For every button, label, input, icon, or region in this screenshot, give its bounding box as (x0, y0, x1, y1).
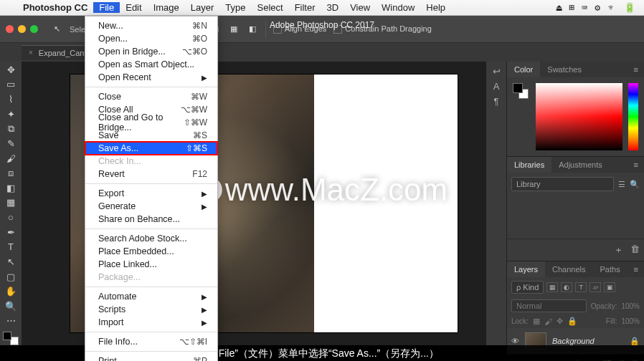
lock-trans-icon[interactable]: ▦ (533, 317, 540, 326)
hand-tool-icon[interactable]: ✋ (2, 284, 19, 298)
settings-icon[interactable]: ⚙ (595, 2, 600, 13)
type-tool-icon[interactable]: T (2, 241, 19, 254)
layer-kind-dropdown[interactable]: ρ Kind (511, 281, 544, 294)
menu-item-save-as[interactable]: Save As...⇧⌘S (85, 142, 217, 155)
menu-file[interactable]: File (93, 2, 120, 13)
tab-swatches[interactable]: Swatches (540, 62, 589, 77)
battery-icon[interactable]: 🔋 (624, 2, 635, 13)
app-name[interactable]: Photoshop CC (17, 2, 93, 13)
menu-help[interactable]: Help (420, 2, 451, 13)
character-icon[interactable]: A (493, 81, 500, 92)
lock-icon[interactable]: 🔒 (630, 337, 640, 346)
delete-library-icon[interactable]: 🗑 (630, 244, 640, 256)
minimize-window-icon[interactable] (18, 25, 26, 33)
stamp-tool-icon[interactable]: ⧈ (2, 166, 19, 180)
lock-pos-icon[interactable]: ✥ (557, 317, 563, 326)
tab-color[interactable]: Color (507, 62, 540, 77)
menu-layer[interactable]: Layer (185, 2, 220, 13)
add-to-library-icon[interactable]: ＋ (614, 244, 623, 256)
menu-item-open-as-smart-object[interactable]: Open as Smart Object... (85, 58, 217, 71)
marquee-tool-icon[interactable]: ▭ (2, 78, 19, 92)
layer-name[interactable]: Background (552, 337, 595, 345)
blend-mode-dropdown[interactable]: Normal (511, 299, 587, 312)
lock-paint-icon[interactable]: 🖌 (544, 317, 552, 326)
gradient-tool-icon[interactable]: ▦ (2, 196, 19, 210)
input-icon[interactable]: ⌨ (582, 2, 587, 13)
visibility-icon[interactable]: 👁 (511, 337, 519, 345)
menu-item-automate[interactable]: Automate▶ (85, 290, 217, 303)
menu-item-share-on-behance[interactable]: Share on Behance... (85, 213, 217, 226)
menu-item-close-and-go-to-bridge[interactable]: Close and Go to Bridge...⇧⌘W (85, 116, 217, 129)
hue-slider[interactable] (628, 83, 638, 150)
menu-view[interactable]: View (344, 2, 376, 13)
fill-value[interactable]: 100% (621, 317, 640, 325)
lock-all-icon[interactable]: 🔒 (567, 317, 577, 326)
menu-item-open[interactable]: Open...⌘O (85, 32, 217, 45)
eraser-tool-icon[interactable]: ◧ (2, 181, 19, 195)
zoom-window-icon[interactable] (30, 25, 38, 33)
path-tool-icon[interactable]: ↖ (2, 255, 19, 269)
filter-smart-icon[interactable]: ▣ (604, 282, 615, 292)
filter-pixel-icon[interactable]: ▦ (546, 282, 558, 292)
menu-window[interactable]: Window (376, 2, 420, 13)
menu-item-open-recent[interactable]: Open Recent▶ (85, 71, 217, 84)
library-search-icon[interactable]: 🔍 (630, 180, 640, 189)
panel-menu-icon[interactable]: ≡ (628, 261, 644, 277)
color-swatch-tool[interactable] (3, 332, 19, 345)
library-dropdown[interactable]: Library (511, 177, 614, 191)
filter-shape-icon[interactable]: ▱ (589, 282, 601, 292)
path-select-tool-icon[interactable]: ↖ (51, 24, 62, 35)
menu-item-print[interactable]: Print...⌘P (85, 355, 217, 361)
eyedropper-tool-icon[interactable]: ✎ (2, 137, 19, 150)
zoom-tool-icon[interactable]: 🔍 (2, 299, 19, 313)
eject-icon[interactable]: ⏏ (557, 2, 562, 13)
constrain-checkbox[interactable]: Constrain Path Dragging (333, 24, 431, 34)
menu-filter[interactable]: Filter (289, 2, 321, 13)
traffic-lights[interactable] (6, 25, 38, 33)
menu-item-place-linked[interactable]: Place Linked... (85, 258, 217, 271)
wand-tool-icon[interactable]: ✦ (2, 107, 19, 121)
menu-item-close[interactable]: Close⌘W (85, 90, 217, 103)
panel-menu-icon[interactable]: ≡ (628, 62, 644, 77)
color-swatch-pair[interactable] (513, 83, 530, 150)
more-tools-icon[interactable]: ⋯ (2, 314, 19, 328)
filter-adjust-icon[interactable]: ◐ (561, 282, 572, 292)
menu-item-place-embedded[interactable]: Place Embedded... (85, 245, 217, 258)
library-view-icon[interactable]: ☰ (618, 180, 625, 189)
menu-edit[interactable]: Edit (120, 2, 147, 13)
crop-tool-icon[interactable]: ⧉ (2, 122, 19, 136)
grid-icon[interactable]: ⊞ (569, 2, 575, 13)
menu-item-import[interactable]: Import▶ (85, 316, 217, 329)
pen-tool-icon[interactable]: ✒ (2, 226, 19, 239)
tab-libraries[interactable]: Libraries (507, 157, 551, 173)
path-ops-icon[interactable]: ◧ (247, 24, 258, 35)
menu-select[interactable]: Select (251, 2, 288, 13)
shape-tool-icon[interactable]: ▢ (2, 270, 19, 284)
panel-menu-icon[interactable]: ≡ (628, 157, 644, 173)
align-center-icon[interactable]: ▦ (228, 24, 240, 35)
tab-channels[interactable]: Channels (545, 261, 592, 277)
history-icon[interactable]: ↩ (493, 66, 501, 77)
menu-item-new[interactable]: New...⌘N (85, 19, 217, 32)
menu-type[interactable]: Type (219, 2, 251, 13)
tab-layers[interactable]: Layers (507, 261, 545, 277)
opacity-value[interactable]: 100% (621, 302, 640, 310)
menu-item-generate[interactable]: Generate▶ (85, 200, 217, 213)
menu-image[interactable]: Image (148, 2, 185, 13)
brush-tool-icon[interactable]: 🖌 (2, 152, 19, 165)
lasso-tool-icon[interactable]: ⌇ (2, 92, 19, 106)
menu-item-scripts[interactable]: Scripts▶ (85, 303, 217, 316)
menu-item-revert[interactable]: RevertF12 (85, 168, 217, 180)
menu-3d[interactable]: 3D (321, 2, 345, 13)
color-picker-field[interactable] (536, 83, 622, 150)
paragraph-icon[interactable]: ¶ (494, 96, 499, 107)
close-tab-icon[interactable]: × (29, 49, 33, 57)
tab-paths[interactable]: Paths (593, 261, 628, 277)
menu-item-open-in-bridge[interactable]: Open in Bridge...⌥⌘O (85, 45, 217, 58)
close-window-icon[interactable] (6, 25, 14, 33)
blur-tool-icon[interactable]: ○ (2, 211, 19, 224)
tab-adjustments[interactable]: Adjustments (551, 157, 610, 173)
align-edges-checkbox[interactable]: Align Edges (273, 24, 327, 34)
wifi-icon[interactable]: ᯤ (607, 2, 617, 13)
filter-type-icon[interactable]: T (575, 282, 587, 292)
